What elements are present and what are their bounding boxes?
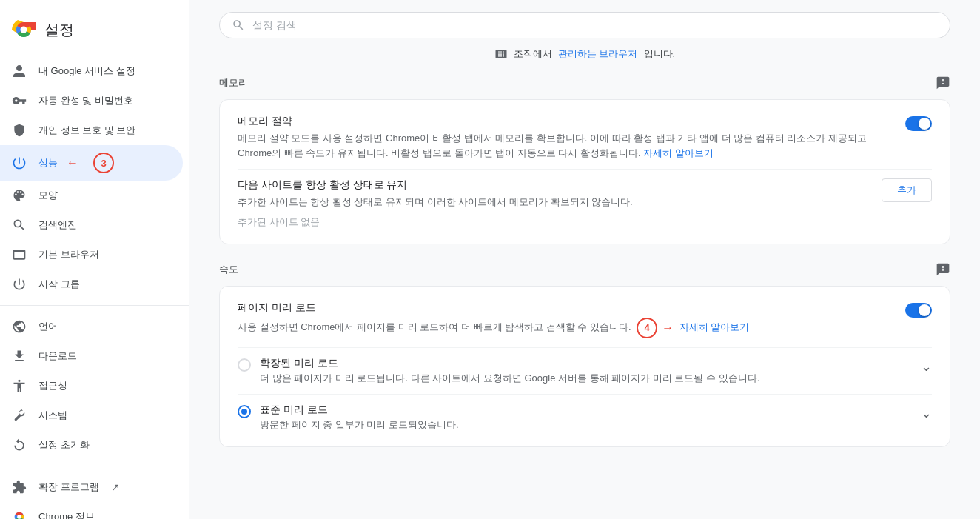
standard-preload-desc: 방문한 페이지 중 일부가 미리 로드되었습니다. [260, 418, 912, 432]
speed-card: 페이지 미리 로드 사용 설정하면 Chrome에서 페이지를 미리 로드하여 … [219, 286, 950, 447]
org-text: 조직에서 [514, 47, 552, 61]
sidebar-item-system[interactable]: 시스템 [0, 401, 183, 430]
sidebar-item-privacy[interactable]: 개인 정보 보호 및 보안 [0, 115, 183, 145]
memory-saver-title: 메모리 절약 [238, 115, 893, 128]
memory-section: 메모리 메모리 절약 메모리 절약 모드를 사용 설정하면 Chrome이 비활… [219, 76, 950, 244]
search-wrapper [219, 12, 950, 38]
active-tabs-title: 다음 사이트를 항상 활성 상태로 유지 [238, 178, 870, 192]
standard-preload-radio[interactable] [238, 405, 251, 418]
arrow-left-icon: ← [67, 156, 78, 170]
gauge-icon [12, 155, 27, 170]
org-notice: 조직에서 관리하는 브라우저 입니다. [219, 47, 950, 61]
memory-section-header: 메모리 [219, 76, 950, 90]
memory-saver-link[interactable]: 자세히 알아보기 [643, 147, 714, 158]
globe-icon [12, 319, 27, 334]
puzzle-icon [12, 480, 27, 495]
sidebar-nav: 내 Google 서비스 설정 자동 완성 및 비밀번호 개인 정보 보호 및 … [0, 56, 189, 519]
extended-preload-title: 확장된 미리 로드 [260, 357, 912, 370]
org-suffix: 입니다. [644, 47, 676, 61]
org-icon [494, 47, 508, 61]
svg-point-5 [17, 515, 21, 519]
sidebar-item-label: 모양 [38, 189, 58, 202]
preload-desc: 사용 설정하면 Chrome에서 페이지를 미리 로드하여 더 빠르게 탐색하고… [238, 318, 893, 338]
sidebar-item-google-services[interactable]: 내 Google 서비스 설정 [0, 56, 183, 86]
no-sites-text: 추가된 사이트 없음 [238, 210, 932, 229]
browser-icon [12, 247, 27, 262]
preload-title: 페이지 미리 로드 [238, 301, 893, 315]
sidebar-header: 설정 [0, 12, 189, 56]
annotation-4-arrow: → [662, 319, 674, 337]
sidebar-divider [0, 305, 189, 306]
org-link[interactable]: 관리하는 브라우저 [558, 47, 638, 61]
standard-preload-content: 표준 미리 로드 방문한 페이지 중 일부가 미리 로드되었습니다. [260, 404, 912, 432]
sidebar-item-accessibility[interactable]: 접근성 [0, 371, 183, 401]
sidebar-item-about[interactable]: Chrome 정보 [0, 502, 183, 519]
accessibility-icon [12, 378, 27, 393]
preload-item: 페이지 미리 로드 사용 설정하면 Chrome에서 페이지를 미리 로드하여 … [238, 301, 932, 348]
search-input[interactable] [252, 19, 938, 31]
sidebar-item-label: 접근성 [38, 379, 67, 392]
sidebar-item-label: 내 Google 서비스 설정 [38, 64, 135, 78]
wrench-icon [12, 408, 27, 423]
memory-card: 메모리 절약 메모리 절약 모드를 사용 설정하면 Chrome이 비활성 탭에… [219, 99, 950, 244]
sidebar-item-label: 개인 정보 보호 및 보안 [38, 124, 135, 137]
preload-row: 페이지 미리 로드 사용 설정하면 Chrome에서 페이지를 미리 로드하여 … [238, 301, 932, 338]
sidebar-item-label: 기본 브라우저 [38, 248, 99, 261]
sidebar-item-label: 설정 초기화 [38, 438, 90, 452]
sidebar: 설정 내 Google 서비스 설정 자동 완성 및 비밀번호 개인 정보 보호… [0, 0, 189, 519]
chrome-about-icon [12, 509, 27, 519]
svg-point-3 [21, 27, 27, 33]
active-tabs-content: 다음 사이트를 항상 활성 상태로 유지 추가한 사이트는 항상 활성 상태로 … [238, 178, 870, 210]
add-site-button[interactable]: 추가 [882, 178, 932, 202]
sidebar-item-extensions[interactable]: 확장 프로그램 ↗ [0, 472, 183, 502]
standard-preload-item: 표준 미리 로드 방문한 페이지 중 일부가 미리 로드되었습니다. ⌄ [238, 395, 932, 432]
speed-section: 속도 페이지 미리 로드 사용 설정하면 Chrome에서 페이지를 미리 로드… [219, 262, 950, 447]
standard-preload-title: 표준 미리 로드 [260, 404, 912, 417]
sidebar-item-label: 성능 [38, 156, 58, 170]
sidebar-item-label: 검색엔진 [38, 218, 77, 232]
sidebar-divider-2 [0, 466, 189, 466]
reset-icon [12, 438, 27, 452]
chrome-logo-icon [12, 18, 36, 41]
search-icon [232, 19, 245, 32]
annotation-3-badge: 3 [93, 153, 114, 173]
sidebar-item-startup[interactable]: 시작 그룹 [0, 269, 183, 299]
active-tabs-item: 다음 사이트를 항상 활성 상태로 유지 추가한 사이트는 항상 활성 상태로 … [238, 170, 932, 229]
sidebar-item-default-browser[interactable]: 기본 브라우저 [0, 240, 183, 269]
sidebar-item-search[interactable]: 검색엔진 [0, 210, 183, 240]
extended-preload-radio[interactable] [238, 358, 251, 372]
search-nav-icon [12, 218, 27, 232]
sidebar-item-language[interactable]: 언어 [0, 312, 183, 341]
sidebar-item-label: 다운로드 [38, 349, 77, 363]
power-icon [12, 277, 27, 292]
palette-icon [12, 188, 27, 203]
sidebar-item-autofill[interactable]: 자동 완성 및 비밀번호 [0, 86, 183, 115]
preload-link[interactable]: 자세히 알아보기 [679, 321, 750, 332]
shield-icon [12, 123, 27, 138]
download-icon [12, 349, 27, 364]
sidebar-item-reset[interactable]: 설정 초기화 [0, 430, 183, 460]
memory-info-icon[interactable] [936, 76, 950, 90]
sidebar-item-performance[interactable]: 성능 ← 3 [0, 145, 183, 181]
speed-info-icon[interactable] [936, 262, 950, 277]
extended-preload-item: 확장된 미리 로드 더 많은 페이지가 미리 로드됩니다. 다른 사이트에서 요… [238, 348, 932, 395]
search-bar [219, 0, 950, 47]
sidebar-item-download[interactable]: 다운로드 [0, 341, 183, 371]
memory-saver-content: 메모리 절약 메모리 절약 모드를 사용 설정하면 Chrome이 비활성 탭에… [238, 115, 893, 160]
sidebar-item-label: 언어 [38, 320, 58, 333]
memory-saver-toggle[interactable] [905, 116, 932, 131]
memory-saver-desc: 메모리 절약 모드를 사용 설정하면 Chrome이 비활성 탭에서 메모리를 … [238, 131, 893, 160]
memory-section-title: 메모리 [219, 76, 248, 90]
extended-preload-chevron[interactable]: ⌄ [921, 358, 932, 375]
external-link-icon: ↗ [111, 481, 120, 493]
sidebar-item-label: 시스템 [38, 409, 67, 422]
key-icon [12, 93, 27, 108]
sidebar-item-label: Chrome 정보 [38, 510, 95, 519]
preload-toggle[interactable] [905, 303, 932, 318]
active-tabs-row: 다음 사이트를 항상 활성 상태로 유지 추가한 사이트는 항상 활성 상태로 … [238, 178, 932, 210]
person-icon [12, 64, 27, 78]
sidebar-item-appearance[interactable]: 모양 [0, 181, 183, 210]
extended-preload-content: 확장된 미리 로드 더 많은 페이지가 미리 로드됩니다. 다른 사이트에서 요… [260, 357, 912, 385]
memory-saver-row: 메모리 절약 메모리 절약 모드를 사용 설정하면 Chrome이 비활성 탭에… [238, 115, 932, 160]
standard-preload-chevron[interactable]: ⌄ [921, 405, 932, 421]
